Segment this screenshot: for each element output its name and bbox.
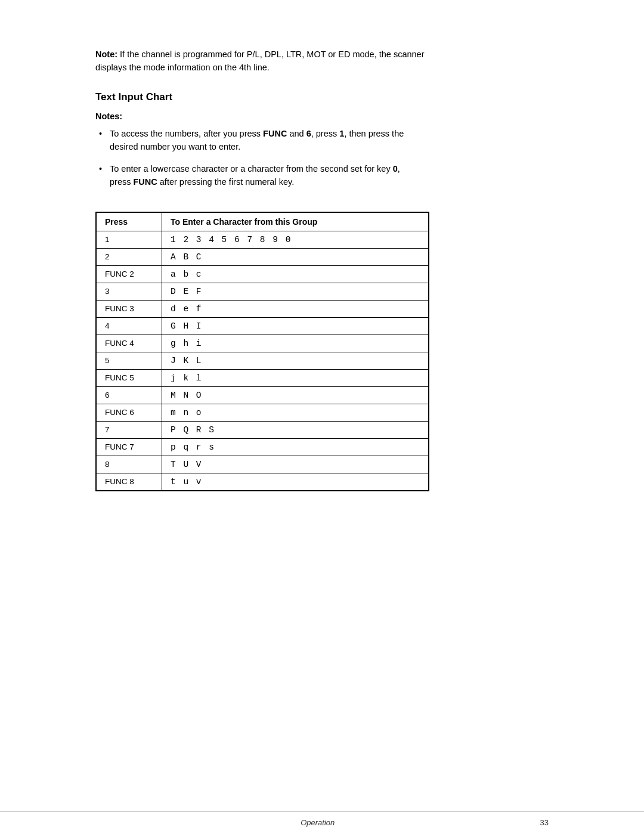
- col-header-press: Press: [97, 212, 162, 231]
- chars-cell: D E F: [162, 283, 429, 300]
- text-input-table: Press To Enter a Character from this Gro…: [95, 212, 429, 491]
- chars-cell: M N O: [162, 386, 429, 404]
- chars-cell: a b c: [162, 265, 429, 283]
- table-row: FUNC 7p q r s: [97, 438, 429, 456]
- notes-label: Notes:: [95, 112, 549, 121]
- table-row: FUNC 5j k l: [97, 369, 429, 386]
- press-cell: FUNC 2: [97, 265, 162, 283]
- press-cell: 2: [97, 248, 162, 265]
- press-cell: 6: [97, 386, 162, 404]
- chars-cell: g h i: [162, 335, 429, 352]
- chars-cell: j k l: [162, 369, 429, 386]
- press-cell: 3: [97, 283, 162, 300]
- footer-label: Operation: [301, 818, 335, 827]
- chars-cell: J K L: [162, 352, 429, 369]
- table-row: 2A B C: [97, 248, 429, 265]
- chars-cell: A B C: [162, 248, 429, 265]
- chars-cell: m n o: [162, 404, 429, 421]
- col-header-chars: To Enter a Character from this Group: [162, 212, 429, 231]
- footer: Operation 33: [0, 812, 644, 833]
- press-cell: FUNC 3: [97, 300, 162, 317]
- press-cell: 7: [97, 421, 162, 438]
- bullet-list: To access the numbers, after you press F…: [95, 127, 549, 197]
- press-cell: FUNC 8: [97, 473, 162, 490]
- chars-cell: P Q R S: [162, 421, 429, 438]
- table-row: FUNC 4g h i: [97, 335, 429, 352]
- chars-cell: t u v: [162, 473, 429, 490]
- press-cell: FUNC 7: [97, 438, 162, 456]
- table-row: 7P Q R S: [97, 421, 429, 438]
- bullet-item-2: To enter a lowercase character or a char…: [95, 162, 417, 189]
- table-row: 5J K L: [97, 352, 429, 369]
- press-cell: FUNC 5: [97, 369, 162, 386]
- table-row: FUNC 8t u v: [97, 473, 429, 490]
- note-paragraph: Note: If the channel is programmed for P…: [95, 48, 429, 75]
- chars-cell: p q r s: [162, 438, 429, 456]
- table-row: 3D E F: [97, 283, 429, 300]
- press-cell: 4: [97, 317, 162, 335]
- note-body: If the channel is programmed for P/L, DP…: [95, 49, 425, 72]
- table-row: FUNC 3d e f: [97, 300, 429, 317]
- table-row: 11 2 3 4 5 6 7 8 9 0: [97, 231, 429, 248]
- chars-cell: G H I: [162, 317, 429, 335]
- footer-page: 33: [540, 818, 549, 827]
- table-row: 8T U V: [97, 456, 429, 473]
- press-cell: FUNC 4: [97, 335, 162, 352]
- chars-cell: 1 2 3 4 5 6 7 8 9 0: [162, 231, 429, 248]
- page-content: Note: If the channel is programmed for P…: [0, 0, 644, 812]
- bullet-item-1: To access the numbers, after you press F…: [95, 127, 417, 154]
- press-cell: FUNC 6: [97, 404, 162, 421]
- press-cell: 8: [97, 456, 162, 473]
- press-cell: 5: [97, 352, 162, 369]
- note-bold-label: Note:: [95, 49, 117, 59]
- table-row: FUNC 6m n o: [97, 404, 429, 421]
- chars-cell: T U V: [162, 456, 429, 473]
- section-title: Text Input Chart: [95, 91, 549, 103]
- table-row: 4G H I: [97, 317, 429, 335]
- table-row: FUNC 2a b c: [97, 265, 429, 283]
- press-cell: 1: [97, 231, 162, 248]
- table-row: 6M N O: [97, 386, 429, 404]
- chars-cell: d e f: [162, 300, 429, 317]
